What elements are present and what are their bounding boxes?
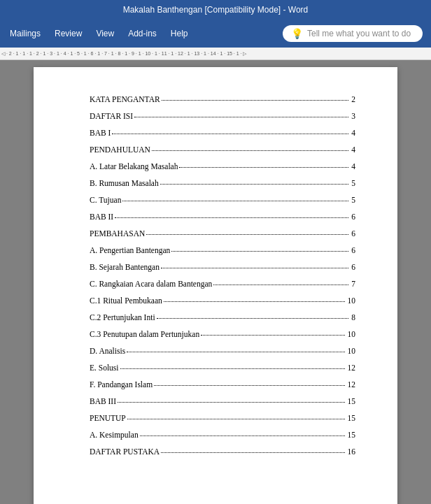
toc-row: A. Pengertian Bantengan6 xyxy=(90,246,355,254)
toc-dots xyxy=(161,268,348,268)
toc-dots xyxy=(160,184,349,185)
toc-row: C. Rangkaian Acara dalam Bantengan7 xyxy=(90,280,355,288)
toc-label: C.3 Penutupan dalam Pertunjukan xyxy=(90,330,199,338)
title-text: Makalah Banthengan [Compatibility Mode] … xyxy=(123,5,309,15)
document-area[interactable]: KATA PENGANTAR2DAFTAR ISI3BAB I4PENDAHUL… xyxy=(0,60,431,504)
toc-label: BAB II xyxy=(90,213,113,221)
tell-me-box[interactable]: 💡 Tell me what you want to do xyxy=(283,25,423,42)
toc-row: B. Sejarah Bantengan6 xyxy=(90,263,355,271)
title-bar: Makalah Banthengan [Compatibility Mode] … xyxy=(0,0,431,20)
toc-label: DAFTAR ISI xyxy=(90,112,133,120)
toc-dots xyxy=(127,352,344,352)
toc-label: E. Solusi xyxy=(90,363,119,372)
toc-label: KATA PENGANTAR xyxy=(90,95,160,103)
toc-dots xyxy=(152,150,348,151)
menu-addins[interactable]: Add-ins xyxy=(121,24,164,43)
toc-page: 16 xyxy=(348,447,356,456)
toc-dots xyxy=(146,234,348,235)
page: KATA PENGANTAR2DAFTAR ISI3BAB I4PENDAHUL… xyxy=(34,67,397,504)
toc-label: B. Sejarah Bantengan xyxy=(90,263,160,271)
menu-view[interactable]: View xyxy=(89,24,121,43)
toc-dots xyxy=(179,167,348,168)
toc-page: 6 xyxy=(351,213,355,221)
toc-dots xyxy=(112,134,348,134)
toc-row: KATA PENGANTAR2 xyxy=(90,95,355,103)
toc-row: PENDAHULUAN4 xyxy=(90,145,355,154)
toc-row: D. Analisis10 xyxy=(90,347,355,355)
toc-dots xyxy=(201,335,344,336)
toc-row: BAB III15 xyxy=(90,397,355,405)
toc-row: PEMBAHASAN6 xyxy=(90,229,355,238)
toc-row: C.3 Penutupan dalam Pertunjukan10 xyxy=(90,330,355,338)
toc-dots xyxy=(154,385,344,386)
toc-label: A. Kesimpulan xyxy=(90,431,139,439)
toc-dots xyxy=(162,100,349,101)
toc-label: DAFTAR PUSTAKA xyxy=(90,447,160,456)
toc-row: DAFTAR PUSTAKA16 xyxy=(90,447,355,456)
toc-label: C.2 Pertunjukan Inti xyxy=(90,313,155,322)
toc-page: 10 xyxy=(348,296,356,305)
toc-page: 4 xyxy=(351,129,355,137)
toc-dots xyxy=(161,452,344,453)
toc-page: 15 xyxy=(348,397,356,405)
toc-page: 6 xyxy=(351,246,355,254)
toc-label: PENDAHULUAN xyxy=(90,145,150,154)
toc-row: C. Tujuan5 xyxy=(90,196,355,204)
toc-container: KATA PENGANTAR2DAFTAR ISI3BAB I4PENDAHUL… xyxy=(90,95,355,456)
toc-dots xyxy=(120,368,345,369)
toc-dots xyxy=(164,301,345,302)
toc-page: 5 xyxy=(351,179,355,187)
ruler: ◁ · 2 · 1 · 1 · 1 · 2 · 1 · 3 · 1 · 4 · … xyxy=(0,48,431,60)
toc-dots xyxy=(157,318,349,319)
toc-page: 15 xyxy=(348,414,356,422)
menu-bar: Mailings Review View Add-ins Help 💡 Tell… xyxy=(0,20,431,48)
menu-help[interactable]: Help xyxy=(164,24,195,43)
toc-row: DAFTAR ISI3 xyxy=(90,112,355,120)
toc-page: 10 xyxy=(348,347,356,355)
toc-page: 2 xyxy=(351,95,355,103)
toc-dots xyxy=(115,217,348,218)
toc-page: 12 xyxy=(348,363,356,372)
toc-label: B. Rumusan Masalah xyxy=(90,179,159,187)
toc-label: C. Tujuan xyxy=(90,196,121,204)
toc-page: 12 xyxy=(348,380,356,389)
toc-dots xyxy=(171,251,348,252)
tell-me-text: Tell me what you want to do xyxy=(307,29,411,38)
toc-label: A. Latar Belakang Masalah xyxy=(90,162,178,171)
toc-label: BAB III xyxy=(90,397,116,405)
toc-row: B. Rumusan Masalah5 xyxy=(90,179,355,187)
menu-mailings[interactable]: Mailings xyxy=(3,24,48,43)
lightbulb-icon: 💡 xyxy=(291,28,303,39)
toc-page: 4 xyxy=(351,145,355,154)
toc-label: BAB I xyxy=(90,129,111,137)
toc-label: PEMBAHASAN xyxy=(90,229,145,238)
toc-row: PENUTUP15 xyxy=(90,414,355,422)
toc-row: BAB II6 xyxy=(90,213,355,221)
toc-row: E. Solusi12 xyxy=(90,363,355,372)
toc-row: BAB I4 xyxy=(90,129,355,137)
toc-label: PENUTUP xyxy=(90,414,126,422)
toc-row: A. Latar Belakang Masalah4 xyxy=(90,162,355,171)
toc-label: C.1 Ritual Pembukaan xyxy=(90,296,162,305)
toc-page: 10 xyxy=(348,330,356,338)
toc-dots xyxy=(118,402,344,403)
toc-page: 4 xyxy=(351,162,355,171)
toc-page: 7 xyxy=(351,280,355,288)
toc-page: 6 xyxy=(351,229,355,238)
toc-page: 8 xyxy=(351,313,355,322)
toc-row: F. Pandangan Islam12 xyxy=(90,380,355,389)
toc-dots xyxy=(134,117,348,117)
toc-dots xyxy=(122,201,348,201)
toc-dots xyxy=(140,435,345,436)
ruler-marks: ◁ · 2 · 1 · 1 · 1 · 2 · 1 · 3 · 1 · 4 · … xyxy=(0,51,431,57)
toc-label: C. Rangkaian Acara dalam Bantengan xyxy=(90,280,212,288)
toc-label: D. Analisis xyxy=(90,347,125,355)
toc-page: 15 xyxy=(348,431,356,439)
toc-page: 3 xyxy=(351,112,355,120)
toc-page: 6 xyxy=(351,263,355,271)
toc-label: A. Pengertian Bantengan xyxy=(90,246,170,254)
toc-row: C.2 Pertunjukan Inti8 xyxy=(90,313,355,322)
toc-dots xyxy=(213,285,348,285)
menu-review[interactable]: Review xyxy=(48,24,89,43)
toc-row: A. Kesimpulan15 xyxy=(90,431,355,439)
